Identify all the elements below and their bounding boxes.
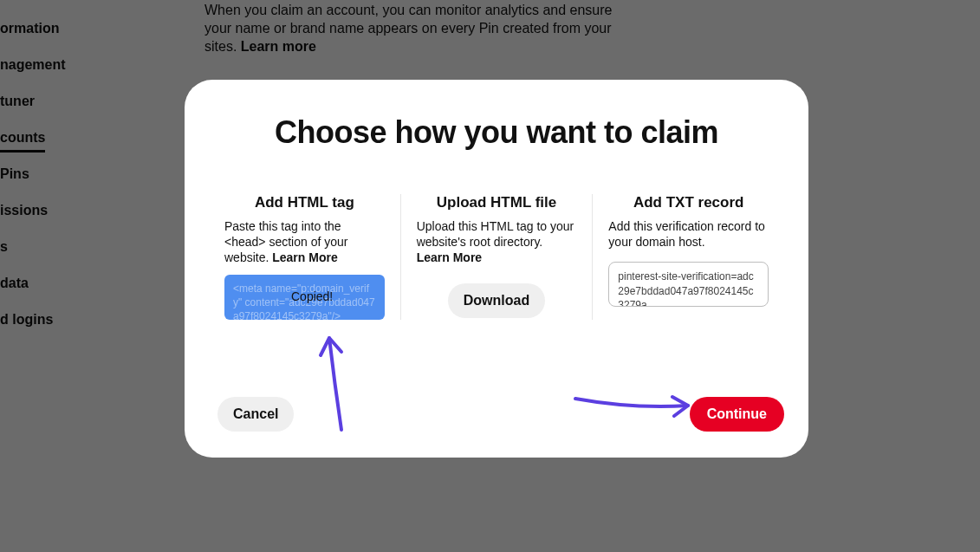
continue-button[interactable]: Continue: [690, 397, 784, 432]
option-title: Add TXT record: [608, 194, 769, 211]
modal-footer: Cancel Continue: [209, 397, 784, 432]
learn-more-link[interactable]: Learn More: [272, 250, 337, 264]
download-button[interactable]: Download: [448, 283, 545, 318]
option-title: Upload HTML file: [417, 194, 577, 211]
option-description: Add this verification record to your dom…: [608, 218, 769, 250]
cancel-button[interactable]: Cancel: [217, 397, 294, 432]
modal-title: Choose how you want to claim: [209, 114, 784, 151]
html-tag-code-box[interactable]: <meta name="p:domain_verify" content="ad…: [224, 275, 385, 320]
txt-record-box[interactable]: pinterest-site-verification=adc29e7bddad…: [608, 262, 769, 307]
option-description: Paste this tag into the <head> section o…: [224, 218, 385, 266]
copied-tooltip: Copied!: [291, 289, 333, 305]
option-add-html-tag: Add HTML tag Paste this tag into the <he…: [209, 194, 400, 320]
option-add-txt-record: Add TXT record Add this verification rec…: [592, 194, 784, 320]
claim-method-modal: Choose how you want to claim Add HTML ta…: [185, 80, 808, 458]
option-upload-html-file: Upload HTML file Upload this HTML tag to…: [400, 194, 593, 320]
learn-more-link[interactable]: Learn More: [417, 250, 482, 264]
option-title: Add HTML tag: [224, 194, 385, 211]
option-description: Upload this HTML tag to your website's r…: [417, 218, 577, 266]
claim-options-row: Add HTML tag Paste this tag into the <he…: [209, 194, 784, 320]
